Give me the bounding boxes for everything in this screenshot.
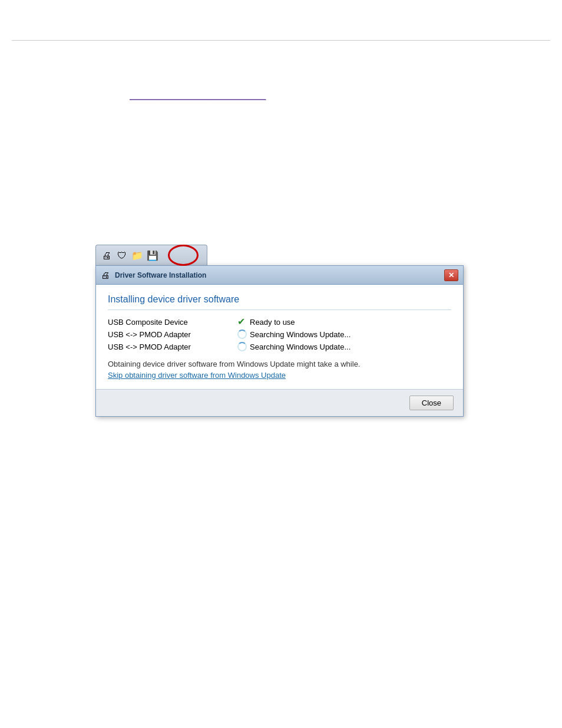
- device-name-1: USB Composite Device: [108, 318, 237, 327]
- table-row: USB <-> PMOD Adapter Searching Windows U…: [108, 342, 451, 351]
- device-name-2: USB <-> PMOD Adapter: [108, 330, 237, 339]
- skip-link[interactable]: Skip obtaining driver software from Wind…: [108, 371, 286, 380]
- shield-icon: 🛡: [116, 250, 128, 262]
- dialog-content: Installing device driver software USB Co…: [96, 285, 463, 389]
- spinner-icon-2: [237, 342, 247, 351]
- dialog-footer: Close: [96, 389, 463, 416]
- status-text-2: Searching Windows Update...: [250, 330, 351, 339]
- device-status-3: Searching Windows Update...: [237, 342, 351, 351]
- status-text-1: Ready to use: [250, 318, 295, 327]
- check-icon: ✔: [237, 317, 247, 327]
- device-status-2: Searching Windows Update...: [237, 330, 351, 339]
- table-row: USB <-> PMOD Adapter Searching Windows U…: [108, 330, 451, 339]
- device-status-1: ✔ Ready to use: [237, 317, 295, 327]
- table-row: USB Composite Device ✔ Ready to use: [108, 317, 451, 327]
- top-link[interactable]: ________________________________: [130, 91, 266, 100]
- device-icon: 💾: [147, 250, 158, 262]
- device-name-3: USB <-> PMOD Adapter: [108, 342, 237, 351]
- dialog-titlebar: 🖨 Driver Software Installation ✕: [96, 266, 463, 285]
- dialog-heading: Installing device driver software: [108, 294, 451, 310]
- status-text-3: Searching Windows Update...: [250, 342, 351, 351]
- close-button[interactable]: Close: [409, 396, 454, 410]
- top-rule: [12, 40, 550, 41]
- spinner-icon: [237, 330, 247, 339]
- device-table: USB Composite Device ✔ Ready to use USB …: [108, 317, 451, 351]
- folder-icon: 📁: [131, 250, 143, 262]
- taskbar-strip: 🖨 🛡 📁 💾: [95, 245, 207, 266]
- dialog-close-button[interactable]: ✕: [444, 269, 458, 281]
- driver-installation-dialog: 🖨 Driver Software Installation ✕ Install…: [95, 265, 464, 417]
- dialog-title-text: Driver Software Installation: [115, 271, 444, 279]
- obtaining-text: Obtaining device driver software from Wi…: [108, 360, 451, 368]
- dialog-title-icon: 🖨: [101, 270, 111, 281]
- printer-icon: 🖨: [101, 250, 113, 262]
